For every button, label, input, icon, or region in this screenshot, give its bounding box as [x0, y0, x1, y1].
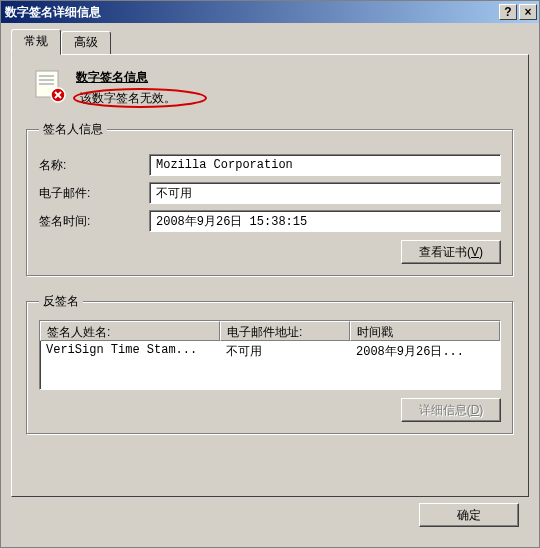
signer-info-legend: 签名人信息 [39, 121, 107, 138]
view-cert-row: 查看证书(V) [39, 240, 501, 264]
countersign-legend: 反签名 [39, 293, 83, 310]
email-value: 不可用 [149, 182, 501, 204]
col-name[interactable]: 签名人姓名: [40, 321, 220, 341]
view-certificate-button[interactable]: 查看证书(V) [401, 240, 501, 264]
field-time: 签名时间: 2008年9月26日 15:38:15 [39, 210, 501, 232]
signature-info-text: 数字签名信息 该数字签名无效。 [76, 69, 180, 107]
cell-email: 不可用 [220, 341, 350, 359]
ok-button[interactable]: 确定 [419, 503, 519, 527]
countersign-group: 反签名 签名人姓名: 电子邮件地址: 时间戳 VeriSign Time Sta… [26, 293, 514, 435]
time-value: 2008年9月26日 15:38:15 [149, 210, 501, 232]
window-title: 数字签名详细信息 [5, 4, 497, 21]
listview-row[interactable]: VeriSign Time Stam... 不可用 2008年9月26日... [40, 341, 500, 359]
tab-panel-general: 数字签名信息 该数字签名无效。 签名人信息 名称: Mozilla Corpor… [11, 54, 529, 497]
certificate-error-icon [32, 69, 66, 103]
signature-info-row: 数字签名信息 该数字签名无效。 [26, 69, 514, 107]
details-button: 详细信息(D) [401, 398, 501, 422]
bottom-bar: 确定 [11, 497, 529, 537]
cell-name: VeriSign Time Stam... [40, 341, 220, 359]
signature-info-heading: 数字签名信息 [76, 69, 180, 86]
countersign-listview[interactable]: 签名人姓名: 电子邮件地址: 时间戳 VeriSign Time Stam...… [39, 320, 501, 390]
details-row: 详细信息(D) [39, 398, 501, 422]
titlebar: 数字签名详细信息 ? × [1, 1, 539, 23]
help-button[interactable]: ? [499, 4, 517, 20]
signer-info-group: 签名人信息 名称: Mozilla Corporation 电子邮件: 不可用 … [26, 121, 514, 277]
signature-status: 该数字签名无效。 [76, 90, 180, 107]
col-timestamp[interactable]: 时间戳 [350, 321, 500, 341]
tab-advanced[interactable]: 高级 [61, 31, 111, 54]
time-label: 签名时间: [39, 213, 149, 230]
name-value: Mozilla Corporation [149, 154, 501, 176]
name-label: 名称: [39, 157, 149, 174]
field-email: 电子邮件: 不可用 [39, 182, 501, 204]
tab-general[interactable]: 常规 [11, 29, 61, 55]
listview-header: 签名人姓名: 电子邮件地址: 时间戳 [40, 321, 500, 341]
client-area: 常规 高级 数字签名信息 [1, 23, 539, 547]
field-name: 名称: Mozilla Corporation [39, 154, 501, 176]
email-label: 电子邮件: [39, 185, 149, 202]
cell-timestamp: 2008年9月26日... [350, 341, 500, 359]
tab-strip: 常规 高级 [11, 31, 529, 54]
col-email[interactable]: 电子邮件地址: [220, 321, 350, 341]
dialog-window: 数字签名详细信息 ? × 常规 高级 [0, 0, 540, 548]
close-button[interactable]: × [519, 4, 537, 20]
